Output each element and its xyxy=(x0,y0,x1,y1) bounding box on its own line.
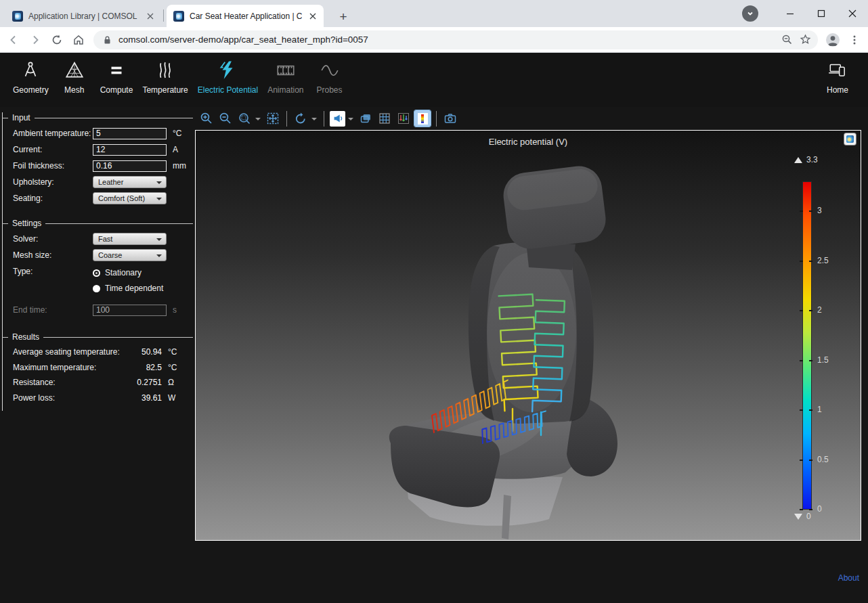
car-seat-model[interactable] xyxy=(196,131,861,540)
colorbar-max-label: 3.3 xyxy=(806,155,818,164)
result-row: Resistance: 0.2751 Ω xyxy=(3,375,195,390)
tab-close-icon[interactable] xyxy=(145,11,156,22)
foil-thickness-input[interactable] xyxy=(93,160,167,172)
result-unit: Ω xyxy=(168,378,183,387)
radio-stationary[interactable]: Stationary xyxy=(93,268,163,277)
colorbar-tick-mark xyxy=(800,310,803,311)
ambient-temperature-input[interactable] xyxy=(93,128,167,139)
result-label: Average seating temperature: xyxy=(13,347,124,357)
solver-select[interactable]: Fast xyxy=(93,233,167,245)
ribbon-button-electric-potential[interactable]: Electric Potential xyxy=(193,59,263,95)
mesh-size-select[interactable]: Coarse xyxy=(93,249,167,261)
chevron-down-icon[interactable] xyxy=(348,118,353,123)
zoom-extents-button[interactable] xyxy=(265,110,281,127)
ribbon-button-mesh[interactable]: Mesh xyxy=(53,59,95,95)
toolbar-separator xyxy=(324,111,324,127)
colorbar-tick-label: 2.5 xyxy=(817,256,847,265)
home-nav-button[interactable] xyxy=(69,30,88,49)
result-value: 39.61 xyxy=(124,393,162,403)
back-button[interactable] xyxy=(4,30,23,49)
about-link[interactable]: About xyxy=(838,573,859,583)
color-legend-button[interactable] xyxy=(414,110,431,127)
comsol-favicon xyxy=(12,11,23,22)
plot-canvas[interactable]: Electric potential (V) 3.3 0 32.521.510.… xyxy=(195,130,861,541)
zoom-box-button[interactable] xyxy=(236,110,253,127)
field-row-seating: Seating: Comfort (Soft) xyxy=(3,190,195,206)
result-label: Power loss: xyxy=(13,393,124,403)
colorbar-tick-label: 0 xyxy=(817,504,847,514)
section-title: Settings xyxy=(12,219,41,228)
reload-button[interactable] xyxy=(47,30,66,49)
chevron-down-icon xyxy=(156,198,162,203)
chevron-down-icon xyxy=(156,238,162,244)
browser-menu-icon[interactable] xyxy=(845,30,864,49)
browser-tab-application-library[interactable]: Application Library | COMSOL Se xyxy=(5,5,161,27)
graphics-area: Electric potential (V) 3.3 0 32.521.510.… xyxy=(195,107,868,603)
url-text[interactable]: comsol.com/server-demo/app/car_seat_heat… xyxy=(118,35,775,45)
field-row-ambient: Ambient temperature: °C xyxy=(3,125,195,141)
zoom-in-button[interactable] xyxy=(198,110,215,127)
tab-close-icon[interactable] xyxy=(307,11,318,22)
result-label: Resistance: xyxy=(13,378,124,387)
colorbar-tick-mark xyxy=(800,210,803,212)
browser-tab-car-seat-heater[interactable]: Car Seat Heater Application | CO xyxy=(167,5,324,27)
colorbar-tick-mark xyxy=(809,261,812,262)
ribbon-button-label: Geometry xyxy=(13,85,49,95)
scene-light-button[interactable] xyxy=(330,111,345,127)
colorbar-tick-mark xyxy=(809,409,812,411)
colorbar-tick-label: 2 xyxy=(817,305,847,315)
zoom-out-button[interactable] xyxy=(217,110,234,127)
field-label: Current: xyxy=(13,145,93,154)
sine-wave-icon xyxy=(320,60,340,81)
result-unit: °C xyxy=(168,363,183,372)
forward-button[interactable] xyxy=(26,30,45,49)
field-row-foil-thickness: Foil thickness: mm xyxy=(3,158,195,174)
chevron-down-icon[interactable] xyxy=(255,118,261,123)
result-label: Maximum temperature: xyxy=(13,363,124,372)
ribbon-button-label: Animation xyxy=(267,85,303,95)
colorbar-tick-mark xyxy=(809,310,812,311)
ribbon-button-temperature[interactable]: Temperature xyxy=(137,59,192,95)
bookmark-star-icon[interactable] xyxy=(800,34,811,45)
radio-time-dependent[interactable]: Time dependent xyxy=(93,284,163,293)
comsol-favicon xyxy=(173,11,184,22)
current-input[interactable] xyxy=(93,144,167,156)
chevron-down-icon[interactable] xyxy=(311,118,317,123)
ribbon-button-geometry[interactable]: Geometry xyxy=(8,59,53,95)
snapshot-camera-button[interactable] xyxy=(442,110,458,127)
colorbar-min-label: 0 xyxy=(806,512,811,521)
color-legend-icon xyxy=(418,113,428,125)
field-label: Seating: xyxy=(13,194,93,203)
ribbon-button-home[interactable]: Home xyxy=(817,59,859,95)
colorbar-tick-label: 1.5 xyxy=(817,355,847,365)
radio-label: Stationary xyxy=(105,268,142,277)
seating-select[interactable]: Comfort (Soft) xyxy=(93,192,167,204)
zoom-out-icon[interactable] xyxy=(781,34,793,45)
section-header-results: Results xyxy=(3,332,195,342)
tab-title: Application Library | COMSOL Se xyxy=(28,12,139,21)
address-bar[interactable]: comsol.com/server-demo/app/car_seat_heat… xyxy=(93,30,818,49)
result-row: Power loss: 39.61 W xyxy=(3,390,195,406)
close-button[interactable] xyxy=(837,0,868,27)
browser-update-icon[interactable] xyxy=(742,5,758,22)
upholstery-select[interactable]: Leather xyxy=(93,176,167,188)
field-label: Type: xyxy=(13,267,93,276)
grid-button[interactable] xyxy=(376,110,393,127)
ribbon-button-label: Temperature xyxy=(142,85,188,95)
maximize-button[interactable] xyxy=(806,0,837,27)
result-value: 50.94 xyxy=(124,347,162,357)
field-unit: s xyxy=(173,305,177,315)
profile-avatar[interactable] xyxy=(823,30,842,49)
colorbar-tick-mark xyxy=(809,509,812,510)
ribbon-button-label: Compute xyxy=(100,85,133,95)
radio-selected-icon xyxy=(93,269,100,277)
browser-toolbar: comsol.com/server-demo/app/car_seat_heat… xyxy=(0,27,868,53)
transparency-button[interactable] xyxy=(357,110,374,127)
section-header-settings: Settings xyxy=(3,218,195,229)
plot-axes-button[interactable] xyxy=(395,110,412,127)
new-tab-button[interactable]: + xyxy=(334,8,352,26)
rotate-view-button[interactable] xyxy=(292,110,309,127)
minimize-button[interactable] xyxy=(775,0,806,27)
ribbon-button-compute[interactable]: Compute xyxy=(95,59,138,95)
select-value: Coarse xyxy=(98,251,122,259)
